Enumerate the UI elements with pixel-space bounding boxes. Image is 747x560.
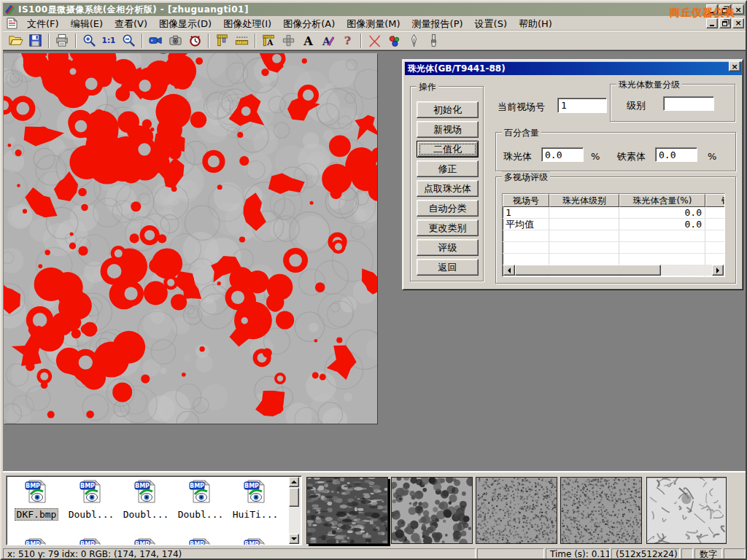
- title-bar[interactable]: IS100显微摄像系统(金相分析版) - [zhuguangti01] ×: [3, 3, 746, 16]
- file-item-4[interactable]: BMPHuiTi...: [228, 479, 282, 521]
- preview-thumbnail-1[interactable]: [391, 477, 473, 544]
- help-icon[interactable]: ?: [338, 32, 357, 49]
- scroll-left-button[interactable]: [503, 265, 515, 276]
- op-button-2[interactable]: 二值化: [417, 141, 479, 158]
- file-name[interactable]: HuiTi...: [231, 509, 280, 520]
- measure-text-icon[interactable]: A: [259, 32, 279, 49]
- table-column-header-0[interactable]: 视场号: [503, 194, 549, 207]
- table-cell: 1: [503, 207, 549, 219]
- micrograph-image[interactable]: [4, 53, 377, 424]
- actual-size-icon[interactable]: 1:1: [99, 32, 119, 49]
- table-column-header-2[interactable]: 珠光体含量(%): [619, 194, 705, 207]
- scroll-thumb-vertical[interactable]: [289, 488, 299, 507]
- restore-button[interactable]: [719, 4, 731, 15]
- menu-item-3[interactable]: 图像显示(D): [153, 17, 217, 31]
- menu-item-5[interactable]: 图像分析(A): [277, 17, 341, 31]
- file-item-row2-2[interactable]: BMP: [119, 537, 173, 545]
- preview-thumbnail-4[interactable]: [646, 477, 727, 544]
- file-item-row2-3[interactable]: BMP: [174, 537, 228, 545]
- table-row[interactable]: [503, 230, 724, 242]
- menu-item-0[interactable]: 文件(F): [21, 17, 65, 31]
- scroll-right-button[interactable]: [712, 265, 724, 276]
- file-item-3[interactable]: BMPDoubl...: [174, 479, 228, 521]
- curve-tool-icon[interactable]: [365, 32, 384, 49]
- text-icon[interactable]: A: [298, 32, 318, 49]
- table-column-header-3[interactable]: 铁素体: [705, 194, 725, 207]
- preview-thumbnail-2[interactable]: [476, 477, 557, 544]
- scroll-thumb[interactable]: [515, 265, 661, 276]
- table-row[interactable]: [503, 242, 724, 254]
- table-horizontal-scrollbar[interactable]: [503, 265, 724, 276]
- op-button-1[interactable]: 新视场: [417, 121, 479, 138]
- table-row[interactable]: [503, 254, 724, 265]
- file-item-row2-4[interactable]: BMP: [228, 537, 282, 545]
- menu-item-8[interactable]: 设置(S): [469, 17, 513, 31]
- file-item-0[interactable]: BMPDKF.bmp: [9, 479, 63, 521]
- table-column-header-1[interactable]: 珠光体级别: [549, 194, 619, 207]
- dialog-title-bar[interactable]: 珠光体(GB/T9441-88): [405, 62, 742, 75]
- preview-thumbnail-3[interactable]: [560, 477, 642, 544]
- op-button-3[interactable]: 修正: [417, 160, 479, 177]
- minimize-button[interactable]: [706, 4, 718, 15]
- zoom-in-icon[interactable]: [80, 32, 99, 49]
- menu-item-2[interactable]: 查看(V): [109, 17, 153, 31]
- pen-icon[interactable]: [404, 32, 424, 49]
- status-bar: x: 510 y: 79 idx: 0 RGB: (174, 174, 174)…: [3, 547, 746, 560]
- save-icon[interactable]: [26, 32, 45, 49]
- mdi-restore-button[interactable]: [719, 18, 731, 28]
- file-list[interactable]: BMPDKF.bmpBMPDoubl...BMPDoubl...BMPDoubl…: [6, 475, 302, 545]
- op-button-7[interactable]: 评级: [417, 239, 479, 256]
- menu-item-4[interactable]: 图像处理(I): [217, 17, 277, 31]
- mdi-workspace: 珠光体(GB/T9441-88) × 操作 初始化新视场二值化修正点取珠光体自动…: [3, 50, 746, 471]
- video-camera-icon[interactable]: [146, 32, 166, 49]
- grade-input[interactable]: [663, 96, 714, 111]
- ferrite-percent-input[interactable]: 0.0: [655, 147, 697, 162]
- file-name[interactable]: Doubl...: [177, 509, 225, 520]
- annotate-icon[interactable]: A: [318, 32, 338, 49]
- file-item-row2-1[interactable]: BMP: [64, 537, 118, 545]
- print-icon[interactable]: [53, 32, 72, 49]
- file-item-2[interactable]: BMPDoubl...: [119, 479, 173, 521]
- scroll-track[interactable]: [515, 265, 712, 276]
- zoom-out-icon[interactable]: [119, 32, 139, 49]
- scroll-down-button[interactable]: [289, 534, 299, 544]
- mdi-close-button[interactable]: ×: [732, 18, 744, 28]
- op-button-4[interactable]: 点取珠光体: [417, 180, 479, 197]
- camera-icon[interactable]: [166, 32, 185, 49]
- open-icon[interactable]: [6, 32, 26, 49]
- document-icon[interactable]: [6, 18, 18, 29]
- file-item-1[interactable]: BMPDoubl...: [64, 479, 118, 521]
- table-row[interactable]: 平均值0.0: [503, 219, 724, 230]
- grid-icon[interactable]: [279, 32, 298, 49]
- current-field-input[interactable]: 1: [557, 98, 607, 113]
- menu-item-7[interactable]: 测量报告(P): [406, 17, 469, 31]
- brush-icon[interactable]: [424, 32, 444, 49]
- dialog-close-button[interactable]: ×: [729, 61, 740, 71]
- op-button-0[interactable]: 初始化: [417, 101, 479, 118]
- svg-text:?: ?: [344, 34, 351, 47]
- preview-thumbnail-0[interactable]: [306, 477, 388, 544]
- phase-count-icon[interactable]: [384, 32, 404, 49]
- table-header-row: 视场号珠光体级别珠光体含量(%)铁素体: [503, 194, 724, 207]
- close-button[interactable]: ×: [732, 4, 744, 15]
- file-name[interactable]: Doubl...: [67, 509, 116, 520]
- menu-item-9[interactable]: 帮助(H): [513, 17, 558, 31]
- ruler-icon[interactable]: [232, 32, 252, 49]
- scroll-up-button[interactable]: [289, 477, 299, 487]
- mdi-minimize-button[interactable]: [706, 18, 718, 28]
- file-name[interactable]: Doubl...: [122, 509, 171, 520]
- caliper-icon[interactable]: [212, 32, 232, 49]
- op-button-6[interactable]: 更改类别: [417, 219, 479, 236]
- file-name[interactable]: DKF.bmp: [15, 508, 59, 521]
- rating-table[interactable]: 视场号珠光体级别珠光体含量(%)铁素体 10.0平均值0.0: [502, 193, 725, 277]
- menu-item-1[interactable]: 编辑(E): [65, 17, 109, 31]
- status-panel-empty-1: [477, 548, 544, 560]
- pearlite-percent-input[interactable]: 0.0: [541, 147, 584, 162]
- table-row[interactable]: 10.0: [503, 207, 724, 219]
- op-button-5[interactable]: 自动分类: [417, 200, 479, 217]
- file-list-scrollbar[interactable]: [289, 477, 301, 544]
- op-button-8[interactable]: 返回: [417, 259, 479, 276]
- file-item-row2-0[interactable]: BMP: [9, 537, 63, 545]
- timer-icon[interactable]: [185, 32, 205, 49]
- menu-item-6[interactable]: 图像测量(M): [341, 17, 406, 31]
